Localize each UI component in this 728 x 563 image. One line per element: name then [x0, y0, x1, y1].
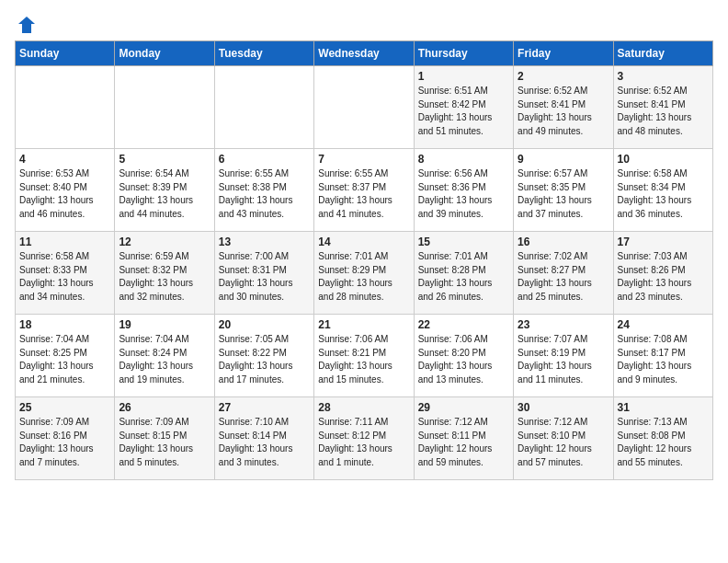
week-row-2: 4Sunrise: 6:53 AMSunset: 8:40 PMDaylight…	[16, 149, 713, 232]
day-number: 28	[318, 401, 409, 414]
day-info: Sunrise: 6:54 AMSunset: 8:39 PMDaylight:…	[119, 167, 210, 221]
day-info: Sunrise: 6:52 AMSunset: 8:41 PMDaylight:…	[518, 85, 609, 138]
day-number: 5	[119, 153, 210, 166]
calendar-cell: 26Sunrise: 7:09 AMSunset: 8:15 PMDayligh…	[115, 397, 214, 480]
calendar-cell: 31Sunrise: 7:13 AMSunset: 8:08 PMDayligh…	[613, 397, 712, 480]
calendar-cell: 22Sunrise: 7:06 AMSunset: 8:20 PMDayligh…	[414, 315, 513, 397]
day-info: Sunrise: 7:08 AMSunset: 8:17 PMDaylight:…	[618, 333, 709, 386]
calendar-cell: 11Sunrise: 6:58 AMSunset: 8:33 PMDayligh…	[16, 232, 115, 315]
day-info: Sunrise: 7:09 AMSunset: 8:15 PMDaylight:…	[119, 416, 210, 469]
weekday-header-thursday: Thursday	[414, 41, 513, 66]
calendar-cell: 29Sunrise: 7:12 AMSunset: 8:11 PMDayligh…	[414, 397, 513, 480]
day-info: Sunrise: 7:10 AMSunset: 8:14 PMDaylight:…	[219, 416, 310, 469]
day-number: 31	[618, 401, 709, 414]
week-row-1: 1Sunrise: 6:51 AMSunset: 8:42 PMDaylight…	[16, 66, 713, 149]
calendar-cell: 6Sunrise: 6:55 AMSunset: 8:38 PMDaylight…	[214, 149, 313, 232]
calendar-cell	[115, 66, 214, 149]
calendar-cell: 7Sunrise: 6:55 AMSunset: 8:37 PMDaylight…	[314, 149, 414, 232]
calendar-cell	[16, 66, 115, 149]
page-header	[15, 15, 713, 31]
day-info: Sunrise: 6:59 AMSunset: 8:32 PMDaylight:…	[119, 250, 210, 304]
calendar-cell	[214, 66, 313, 149]
day-number: 7	[318, 153, 409, 166]
day-info: Sunrise: 6:56 AMSunset: 8:36 PMDaylight:…	[418, 167, 509, 221]
calendar-cell: 2Sunrise: 6:52 AMSunset: 8:41 PMDaylight…	[514, 66, 613, 149]
day-info: Sunrise: 6:51 AMSunset: 8:42 PMDaylight:…	[418, 85, 509, 138]
day-number: 4	[19, 153, 110, 166]
calendar-cell: 17Sunrise: 7:03 AMSunset: 8:26 PMDayligh…	[613, 232, 712, 315]
weekday-header-saturday: Saturday	[613, 41, 712, 66]
day-number: 30	[518, 401, 609, 414]
day-info: Sunrise: 7:12 AMSunset: 8:10 PMDaylight:…	[518, 416, 609, 469]
day-number: 13	[219, 236, 310, 248]
day-info: Sunrise: 7:00 AMSunset: 8:31 PMDaylight:…	[219, 250, 310, 304]
day-info: Sunrise: 7:02 AMSunset: 8:27 PMDaylight:…	[518, 250, 609, 304]
calendar-cell: 13Sunrise: 7:00 AMSunset: 8:31 PMDayligh…	[214, 232, 313, 315]
weekday-header-tuesday: Tuesday	[214, 41, 313, 66]
day-info: Sunrise: 6:55 AMSunset: 8:37 PMDaylight:…	[318, 167, 409, 221]
day-number: 21	[318, 318, 409, 331]
calendar-cell: 28Sunrise: 7:11 AMSunset: 8:12 PMDayligh…	[314, 397, 414, 480]
day-info: Sunrise: 7:01 AMSunset: 8:28 PMDaylight:…	[418, 250, 509, 304]
calendar-cell: 15Sunrise: 7:01 AMSunset: 8:28 PMDayligh…	[414, 232, 513, 315]
calendar-cell: 21Sunrise: 7:06 AMSunset: 8:21 PMDayligh…	[314, 315, 414, 397]
day-number: 15	[418, 236, 509, 248]
day-number: 14	[318, 236, 409, 248]
day-number: 29	[418, 401, 509, 414]
weekday-header-monday: Monday	[115, 41, 214, 66]
calendar-cell: 24Sunrise: 7:08 AMSunset: 8:17 PMDayligh…	[613, 315, 712, 397]
calendar-cell: 8Sunrise: 6:56 AMSunset: 8:36 PMDaylight…	[414, 149, 513, 232]
week-row-3: 11Sunrise: 6:58 AMSunset: 8:33 PMDayligh…	[16, 232, 713, 315]
day-number: 16	[518, 236, 609, 248]
calendar-cell: 27Sunrise: 7:10 AMSunset: 8:14 PMDayligh…	[214, 397, 313, 480]
day-number: 18	[19, 318, 110, 331]
day-number: 27	[219, 401, 310, 414]
day-info: Sunrise: 6:57 AMSunset: 8:35 PMDaylight:…	[518, 167, 609, 221]
calendar-cell: 12Sunrise: 6:59 AMSunset: 8:32 PMDayligh…	[115, 232, 214, 315]
day-number: 9	[518, 153, 609, 166]
calendar-cell: 1Sunrise: 6:51 AMSunset: 8:42 PMDaylight…	[414, 66, 513, 149]
day-number: 25	[19, 401, 110, 414]
calendar-table: SundayMondayTuesdayWednesdayThursdayFrid…	[15, 40, 713, 480]
calendar-cell: 25Sunrise: 7:09 AMSunset: 8:16 PMDayligh…	[16, 397, 115, 480]
day-number: 24	[618, 318, 709, 331]
calendar-cell: 14Sunrise: 7:01 AMSunset: 8:29 PMDayligh…	[314, 232, 414, 315]
day-info: Sunrise: 7:04 AMSunset: 8:24 PMDaylight:…	[119, 333, 210, 386]
day-number: 3	[618, 70, 709, 83]
weekday-header-friday: Friday	[514, 41, 613, 66]
day-info: Sunrise: 6:58 AMSunset: 8:33 PMDaylight:…	[19, 250, 110, 304]
day-number: 6	[219, 153, 310, 166]
day-info: Sunrise: 7:13 AMSunset: 8:08 PMDaylight:…	[618, 416, 709, 469]
day-info: Sunrise: 7:09 AMSunset: 8:16 PMDaylight:…	[19, 416, 110, 469]
logo-icon	[17, 15, 37, 35]
weekday-header-wednesday: Wednesday	[314, 41, 414, 66]
day-info: Sunrise: 6:55 AMSunset: 8:38 PMDaylight:…	[219, 167, 310, 221]
day-number: 23	[518, 318, 609, 331]
day-info: Sunrise: 7:06 AMSunset: 8:20 PMDaylight:…	[418, 333, 509, 386]
day-info: Sunrise: 6:52 AMSunset: 8:41 PMDaylight:…	[618, 85, 709, 138]
calendar-cell: 16Sunrise: 7:02 AMSunset: 8:27 PMDayligh…	[514, 232, 613, 315]
svg-marker-0	[18, 17, 35, 33]
calendar-cell: 10Sunrise: 6:58 AMSunset: 8:34 PMDayligh…	[613, 149, 712, 232]
day-info: Sunrise: 7:06 AMSunset: 8:21 PMDaylight:…	[318, 333, 409, 386]
day-info: Sunrise: 6:58 AMSunset: 8:34 PMDaylight:…	[618, 167, 709, 221]
calendar-cell: 18Sunrise: 7:04 AMSunset: 8:25 PMDayligh…	[16, 315, 115, 397]
calendar-cell: 23Sunrise: 7:07 AMSunset: 8:19 PMDayligh…	[514, 315, 613, 397]
calendar-cell: 3Sunrise: 6:52 AMSunset: 8:41 PMDaylight…	[613, 66, 712, 149]
day-info: Sunrise: 7:03 AMSunset: 8:26 PMDaylight:…	[618, 250, 709, 304]
weekday-header-row: SundayMondayTuesdayWednesdayThursdayFrid…	[16, 41, 713, 66]
week-row-4: 18Sunrise: 7:04 AMSunset: 8:25 PMDayligh…	[16, 315, 713, 397]
day-number: 19	[119, 318, 210, 331]
week-row-5: 25Sunrise: 7:09 AMSunset: 8:16 PMDayligh…	[16, 397, 713, 480]
day-number: 22	[418, 318, 509, 331]
day-info: Sunrise: 7:05 AMSunset: 8:22 PMDaylight:…	[219, 333, 310, 386]
calendar-cell: 5Sunrise: 6:54 AMSunset: 8:39 PMDaylight…	[115, 149, 214, 232]
day-number: 1	[418, 70, 509, 83]
calendar-cell: 20Sunrise: 7:05 AMSunset: 8:22 PMDayligh…	[214, 315, 313, 397]
weekday-header-sunday: Sunday	[16, 41, 115, 66]
day-number: 10	[618, 153, 709, 166]
day-number: 12	[119, 236, 210, 248]
day-number: 2	[518, 70, 609, 83]
calendar-cell: 9Sunrise: 6:57 AMSunset: 8:35 PMDaylight…	[514, 149, 613, 232]
day-number: 20	[219, 318, 310, 331]
